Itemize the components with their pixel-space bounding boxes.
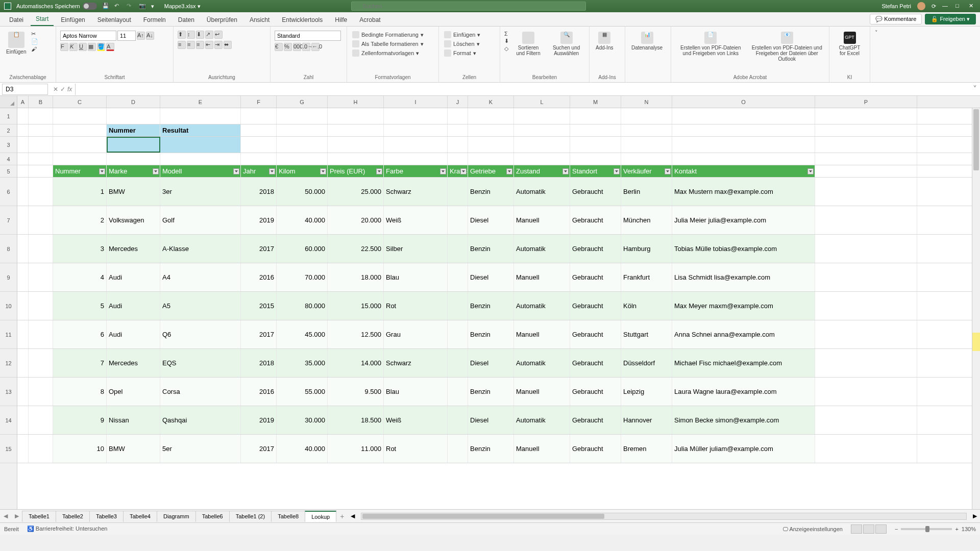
cell[interactable]: Gebraucht (570, 178, 621, 206)
cell[interactable]: 60.000 (277, 235, 328, 263)
align-right-icon[interactable]: ≡ (196, 41, 204, 49)
format-painter-icon[interactable]: 🖌 (31, 46, 38, 52)
cell[interactable]: Manuell (514, 320, 570, 348)
cell[interactable]: Grau (384, 320, 448, 348)
cell[interactable]: Tobias Mülle tobias@example.com (672, 235, 815, 263)
redo-icon[interactable]: ↷ (127, 3, 134, 10)
clear-icon[interactable]: ◇ (504, 45, 509, 52)
cell[interactable] (384, 124, 448, 136)
cell[interactable]: Mercedes (107, 235, 160, 263)
cell[interactable]: Manuell (514, 378, 570, 406)
tab-developer[interactable]: Entwicklertools (277, 14, 328, 26)
filter-icon[interactable] (460, 168, 467, 174)
font-size-combo[interactable] (117, 31, 136, 41)
cell[interactable]: Gebraucht (570, 235, 621, 263)
cell[interactable]: Berlin (621, 178, 672, 206)
cell[interactable] (160, 153, 241, 165)
cell[interactable]: Nissan (107, 406, 160, 434)
share-button[interactable]: 🔓 Freigeben ▾ (925, 14, 976, 24)
ribbon-collapse-icon[interactable]: ˅ (870, 27, 883, 82)
tab-insert[interactable]: Einfügen (56, 14, 90, 26)
cell[interactable]: 3 (53, 235, 107, 263)
cell[interactable] (29, 349, 53, 377)
cell[interactable] (53, 124, 107, 136)
rowhead-9[interactable]: 9 (0, 263, 17, 292)
tab-file[interactable]: Datei (4, 14, 29, 26)
cell[interactable]: Nummer (107, 124, 160, 136)
cell[interactable]: 8 (53, 378, 107, 406)
colhead-N[interactable]: N (621, 96, 672, 108)
cell[interactable]: Hamburg (621, 235, 672, 263)
cell[interactable]: 5er (160, 435, 241, 463)
cell[interactable] (277, 108, 328, 124)
cell[interactable] (815, 349, 917, 377)
cell[interactable] (53, 153, 107, 165)
addins-button[interactable]: ▦Add-Ins (594, 31, 615, 52)
filter-icon[interactable] (807, 168, 814, 174)
cell[interactable]: Blau (384, 263, 448, 291)
toggle-icon[interactable] (83, 3, 97, 10)
cell[interactable]: Leipzig (621, 378, 672, 406)
autosum-icon[interactable]: Σ (504, 31, 509, 37)
colhead-J[interactable]: J (448, 96, 468, 108)
cell[interactable] (29, 165, 53, 177)
cell[interactable]: 70.000 (277, 263, 328, 291)
cell[interactable]: Golf (160, 206, 241, 234)
cell[interactable] (514, 108, 570, 124)
cell[interactable]: Schwarz (384, 349, 448, 377)
cell[interactable] (29, 206, 53, 234)
filter-icon[interactable] (233, 168, 239, 174)
format-as-table-button[interactable]: Als Tabelle formatieren ▾ (351, 40, 425, 48)
rowhead-5[interactable]: 5 (0, 165, 17, 178)
tab-start[interactable]: Start (31, 13, 54, 26)
filter-icon[interactable] (269, 168, 275, 174)
currency-icon[interactable]: € (275, 43, 283, 51)
cell[interactable] (815, 320, 917, 348)
cell[interactable]: 1 (53, 178, 107, 206)
cell[interactable] (621, 108, 672, 124)
cell[interactable] (29, 108, 53, 124)
hscroll-thumb[interactable] (362, 514, 604, 519)
paste-button[interactable]: 📋Einfügen (4, 31, 28, 56)
cell[interactable]: 2016 (241, 263, 277, 291)
cell[interactable]: Anna Schnei anna@example.com (672, 320, 815, 348)
increase-decimal-icon[interactable]: .0→ (302, 43, 310, 51)
cell[interactable] (448, 263, 468, 291)
cell[interactable]: 20.000 (328, 206, 384, 234)
cell[interactable] (17, 406, 29, 434)
cell[interactable] (672, 153, 815, 165)
cell[interactable] (672, 108, 815, 124)
cell[interactable]: Benzin (468, 320, 514, 348)
cell[interactable]: 45.000 (277, 320, 328, 348)
orientation-icon[interactable]: ↗ (205, 31, 213, 39)
filename[interactable]: Mappe3.xlsx ▾ (164, 3, 201, 10)
cell[interactable]: Gebraucht (570, 320, 621, 348)
font-name-combo[interactable] (60, 31, 116, 41)
rowhead-4[interactable]: 4 (0, 153, 17, 165)
increase-indent-icon[interactable]: ⇥ (214, 41, 223, 49)
tab-review[interactable]: Überprüfen (202, 14, 242, 26)
table-header[interactable]: Verkäufer (621, 165, 672, 177)
cell[interactable]: 25.000 (328, 178, 384, 206)
save-icon[interactable]: 💾 (102, 3, 109, 10)
underline-icon[interactable]: U (79, 43, 87, 51)
cell[interactable]: Silber (384, 235, 448, 263)
cell[interactable] (277, 153, 328, 165)
rowhead-10[interactable]: 10 (0, 292, 17, 320)
cell[interactable] (621, 153, 672, 165)
cell[interactable]: BMW (107, 178, 160, 206)
filter-icon[interactable] (440, 168, 446, 174)
align-top-icon[interactable]: ⬆ (178, 31, 186, 39)
cell[interactable] (17, 435, 29, 463)
zoom-control[interactable]: − + 130% (895, 526, 976, 532)
cell[interactable] (815, 292, 917, 320)
cell[interactable]: BMW (107, 435, 160, 463)
cell[interactable] (241, 153, 277, 165)
rowhead-6[interactable]: 6 (0, 178, 17, 206)
zoom-in-icon[interactable]: + (955, 526, 958, 532)
cell[interactable]: Audi (107, 320, 160, 348)
align-left-icon[interactable]: ≡ (178, 41, 186, 49)
cell[interactable]: 5 (53, 292, 107, 320)
tab-pagelayout[interactable]: Seitenlayout (92, 14, 136, 26)
cell[interactable]: Opel (107, 378, 160, 406)
